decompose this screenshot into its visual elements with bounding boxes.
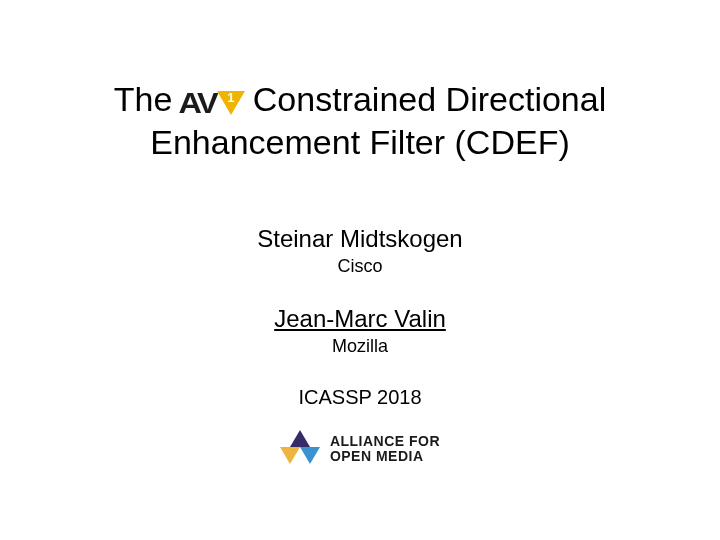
aomedia-text-line2: OPEN MEDIA [330, 449, 440, 464]
av1-logo-triangle-icon: 1 [217, 88, 245, 118]
venue: ICASSP 2018 [0, 386, 720, 409]
aomedia-text: ALLIANCE FOR OPEN MEDIA [330, 434, 440, 463]
title-rest-1: Constrained Directional [253, 78, 606, 121]
author-1-name: Steinar Midtskogen [0, 225, 720, 254]
av1-logo-digit: 1 [217, 90, 245, 106]
title-prefix: The [114, 78, 173, 121]
slide: The AV 1 Constrained Directional Enhance… [0, 0, 720, 540]
aomedia-triangles-icon [280, 429, 320, 469]
author-1-affiliation: Cisco [0, 256, 720, 278]
title-block: The AV 1 Constrained Directional Enhance… [0, 78, 720, 163]
aomedia-text-line1: ALLIANCE FOR [330, 434, 440, 449]
av1-logo: AV 1 [180, 86, 244, 118]
aomedia-logo: ALLIANCE FOR OPEN MEDIA [280, 429, 440, 469]
title-line-2: Enhancement Filter (CDEF) [0, 121, 720, 164]
av1-logo-letters: AV [179, 88, 216, 118]
body-block: Steinar Midtskogen Cisco Jean-Marc Valin… [0, 225, 720, 473]
author-2-name: Jean-Marc Valin [0, 305, 720, 334]
title-line-1: The AV 1 Constrained Directional [0, 78, 720, 121]
author-2-affiliation: Mozilla [0, 336, 720, 358]
